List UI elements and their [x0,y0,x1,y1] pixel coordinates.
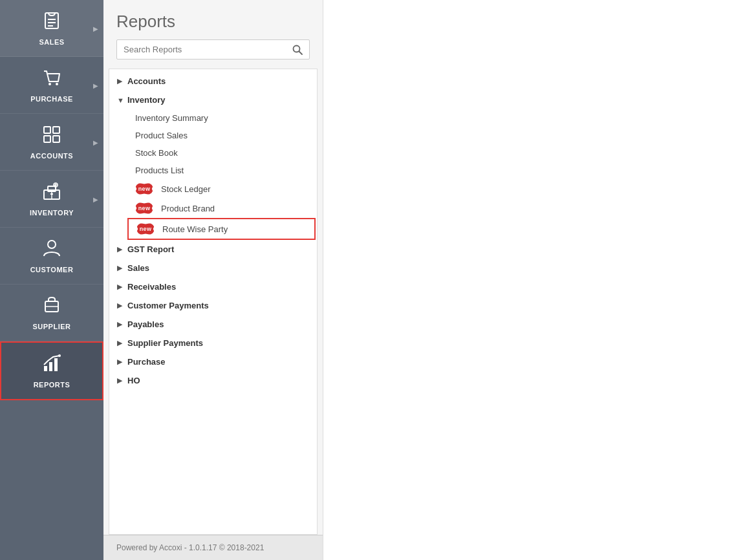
tree-item-label: Receivables [127,282,176,292]
child-item-label: Route Wise Party [162,224,228,234]
child-item-label: Stock Book [135,148,178,158]
child-item-label: Stock Ledger [161,184,211,194]
tree-item-label: Inventory [127,95,166,105]
customer-icon [41,238,62,262]
reports-header: Reports [103,0,323,69]
tree-item-customer-payments[interactable]: ▶ Customer Payments [109,296,317,315]
accounts-icon [41,124,62,148]
tree-item-label: Customer Payments [127,301,209,310]
sidebar-arrow-icon: ▶ [93,81,98,89]
chevron-right-icon: ▶ [117,376,127,385]
sidebar-item-label: CUSTOMER [30,266,74,274]
child-item-label: Inventory Summary [135,113,208,123]
inventory-icon [41,181,62,205]
svg-line-24 [299,51,303,54]
chevron-right-icon: ▶ [117,245,127,253]
search-container [116,39,310,59]
tree-item-header-supplier-payments[interactable]: ▶ Supplier Payments [109,334,317,352]
footer: Powered by Accoxi - 1.0.1.17 © 2018-2021 [103,535,323,560]
tree-item-supplier-payments[interactable]: ▶ Supplier Payments [109,334,317,352]
tree-item-accounts[interactable]: ▶ Accounts [109,72,317,91]
tree-item-purchase[interactable]: ▶ Purchase [109,352,317,371]
svg-point-16 [48,241,56,248]
tree-child-product-brand[interactable]: new Product Brand [127,199,317,218]
reports-title: Reports [116,12,310,32]
tree-item-receivables[interactable]: ▶ Receivables [109,277,317,296]
sidebar-item-inventory[interactable]: INVENTORY ▶ [0,171,103,228]
new-badge: new [135,183,153,195]
search-icon [292,45,303,55]
tree-menu: ▶ Accounts ▼ Inventory Inventory Summary… [109,69,318,535]
reports-icon [41,353,62,377]
new-badge-container: new [135,202,157,214]
sidebar-item-label: PURCHASE [30,95,73,103]
tree-item-header-accounts[interactable]: ▶ Accounts [109,72,317,91]
sidebar: SALES ▶ PURCHASE ▶ ACCOUNTS ▶ [0,0,103,560]
tree-item-header-gst[interactable]: ▶ GST Report [109,240,317,259]
sidebar-item-supplier[interactable]: SUPPLIER [0,285,103,341]
supplier-icon [41,295,62,319]
tree-item-gst-report[interactable]: ▶ GST Report [109,240,317,259]
tree-item-header-ho[interactable]: ▶ HO [109,371,317,390]
sidebar-item-label: INVENTORY [30,209,74,217]
svg-rect-21 [54,358,58,371]
tree-item-label: HO [127,376,140,385]
tree-children-inventory: Inventory Summary Product Sales Stock Bo… [109,109,317,240]
new-badge-container: new [136,223,158,235]
tree-child-stock-ledger[interactable]: new Stock Ledger [127,179,317,199]
tree-item-header-receivables[interactable]: ▶ Receivables [109,277,317,296]
tree-item-label: Purchase [127,357,166,367]
tree-item-label: Accounts [127,76,166,86]
tree-child-inventory-summary[interactable]: Inventory Summary [127,109,317,127]
search-input[interactable] [117,40,286,59]
chevron-right-icon: ▶ [117,339,127,347]
tree-item-inventory[interactable]: ▼ Inventory Inventory Summary Product Sa… [109,91,317,240]
reports-panel: Reports ▶ Accounts ▼ Inventory [103,0,323,560]
new-badge-container: new [135,183,157,195]
tree-item-label: Supplier Payments [127,338,203,348]
sidebar-item-purchase[interactable]: PURCHASE ▶ [0,57,103,114]
svg-rect-9 [53,136,59,142]
svg-point-4 [49,83,51,85]
tree-child-product-sales[interactable]: Product Sales [127,127,317,144]
tree-child-stock-book[interactable]: Stock Book [127,144,317,162]
tree-item-sales[interactable]: ▶ Sales [109,259,317,277]
tree-item-label: Payables [127,319,164,329]
tree-item-header-inventory[interactable]: ▼ Inventory [109,91,317,109]
tree-child-products-list[interactable]: Products List [127,162,317,179]
sidebar-item-customer[interactable]: CUSTOMER [0,228,103,285]
tree-item-payables[interactable]: ▶ Payables [109,315,317,334]
sidebar-item-reports[interactable]: REPORTS [0,341,103,400]
svg-rect-19 [44,366,47,371]
chevron-right-icon: ▶ [117,320,127,328]
child-item-label: Products List [135,166,184,175]
search-button[interactable] [286,41,309,59]
footer-text: Powered by Accoxi - 1.0.1.17 © 2018-2021 [116,543,264,552]
child-item-label: Product Sales [135,131,188,140]
tree-item-ho[interactable]: ▶ HO [109,371,317,390]
tree-child-route-wise-party[interactable]: new Route Wise Party [127,218,316,240]
sidebar-arrow-icon: ▶ [93,25,98,32]
sidebar-item-label: REPORTS [34,381,70,389]
chevron-down-icon: ▼ [117,96,127,104]
tree-item-label: GST Report [127,244,174,254]
chevron-right-icon: ▶ [117,77,127,85]
child-item-label: Product Brand [161,204,215,213]
sidebar-item-sales[interactable]: SALES ▶ [0,0,103,57]
svg-point-22 [58,354,61,357]
chevron-right-icon: ▶ [117,264,127,272]
sidebar-item-accounts[interactable]: ACCOUNTS ▶ [0,114,103,171]
svg-rect-8 [44,136,50,142]
tree-item-header-purchase[interactable]: ▶ Purchase [109,352,317,371]
chevron-right-icon: ▶ [117,358,127,366]
sidebar-item-label: SUPPLIER [32,323,70,330]
svg-rect-6 [44,127,50,133]
svg-rect-20 [49,362,52,371]
chevron-right-icon: ▶ [117,283,127,291]
svg-rect-7 [53,127,59,133]
tree-item-header-payables[interactable]: ▶ Payables [109,315,317,334]
sidebar-item-label: ACCOUNTS [30,152,73,160]
tree-item-header-sales[interactable]: ▶ Sales [109,259,317,277]
sales-icon [41,10,62,34]
tree-item-header-customer-payments[interactable]: ▶ Customer Payments [109,296,317,315]
